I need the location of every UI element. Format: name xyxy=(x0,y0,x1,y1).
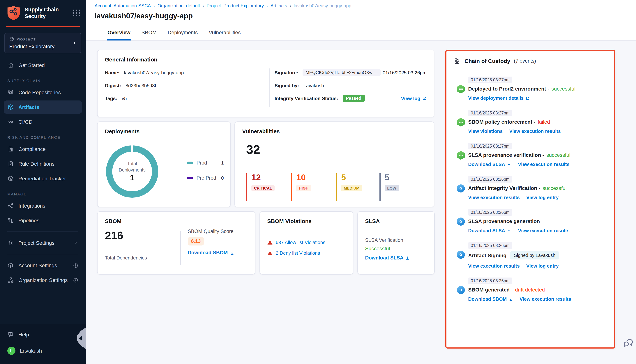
external-link-icon xyxy=(422,96,426,100)
event-status: successful xyxy=(542,185,566,191)
download-icon xyxy=(406,256,410,260)
info-icon[interactable] xyxy=(73,277,78,283)
view-execution-results-link[interactable]: View execution results xyxy=(509,128,561,134)
cube-icon xyxy=(7,104,14,110)
card-title: Deployments xyxy=(105,128,223,134)
app-grid-icon[interactable] xyxy=(73,10,80,16)
topbar: Account: Automation-SSCA › Organization:… xyxy=(86,0,636,24)
cube-icon xyxy=(9,36,14,42)
tab-overview[interactable]: Overview xyxy=(107,24,131,40)
name-row: Name: lavakush07/easy-buggy-app xyxy=(105,68,270,76)
nav-section-manage: MANAGE xyxy=(7,192,82,196)
download-icon xyxy=(507,228,512,233)
allow-list-violations-link[interactable]: 637 Allow list Violations xyxy=(276,240,325,245)
view-execution-results-link[interactable]: View execution results xyxy=(518,162,570,167)
donut-center-value: 1 xyxy=(130,174,134,182)
artifact-name: lavakush07/easy-buggy-app xyxy=(124,70,184,75)
supply-chain-security-logo-icon xyxy=(6,5,20,20)
clipboard-check-icon xyxy=(7,160,14,167)
custody-event: 01/16/2025 03:27pm SLSA provenance verif… xyxy=(468,142,607,167)
info-icon[interactable] xyxy=(73,262,78,268)
card-title: Vulnerabilities xyxy=(242,128,426,134)
signature-timestamp: 01/16/2025 03:26pm xyxy=(382,70,426,75)
box-wrench-icon xyxy=(7,175,14,182)
severity-low: 5 LOW xyxy=(380,173,416,201)
breadcrumb-account[interactable]: Account: Automation-SSCA xyxy=(94,3,151,8)
view-violations-link[interactable]: View violations xyxy=(468,128,502,134)
event-timestamp: 01/16/2025 03:27pm xyxy=(468,143,512,150)
severity-badge: HIGH xyxy=(296,185,311,192)
sidebar-item-cicd[interactable]: CI/CD xyxy=(4,115,82,128)
nav-section-risk-compliance: RISK AND COMPLIANCE xyxy=(7,135,82,140)
vulnerabilities-total: 32 xyxy=(246,142,260,157)
sidebar-item-account-settings[interactable]: Account Settings xyxy=(4,259,82,272)
sidebar-item-rule-definitions[interactable]: Rule Definitions xyxy=(4,157,82,170)
avatar: L xyxy=(7,347,16,355)
deny-list-violations-row: 2 Deny list Violations xyxy=(267,250,346,256)
donut-center-label: Total Deployments xyxy=(118,161,147,173)
event-status: drift detected xyxy=(515,287,545,292)
legend-item-prod: Prod 1 xyxy=(187,160,224,166)
tab-bar: Overview SBOM Deployments Vulnerabilitie… xyxy=(86,24,636,41)
brand-accent-divider xyxy=(6,26,80,27)
severity-badge: CRITICAL xyxy=(252,185,274,192)
sidebar: Supply Chain Security PROJECT Product Ex… xyxy=(0,0,86,364)
sidebar-item-get-started[interactable]: Get Started xyxy=(4,58,82,72)
download-slsa-link[interactable]: Download SLSA xyxy=(365,255,410,260)
view-execution-results-link[interactable]: View execution results xyxy=(518,228,570,233)
tab-sbom[interactable]: SBOM xyxy=(141,24,157,40)
breadcrumb-organization[interactable]: Organization: default xyxy=(158,3,200,8)
download-sbom-link[interactable]: Download SBOM xyxy=(468,296,513,302)
sidebar-item-pipelines[interactable]: Pipelines xyxy=(4,214,82,227)
event-title: Artifact Integrity Verification - xyxy=(468,185,540,191)
sbom-quality-label: SBOM Quality Score xyxy=(188,228,234,234)
sidebar-item-artifacts[interactable]: Artifacts xyxy=(4,100,82,114)
breadcrumb: Account: Automation-SSCA › Organization:… xyxy=(94,3,627,8)
app-window: Supply Chain Security PROJECT Product Ex… xyxy=(0,0,636,364)
download-icon xyxy=(230,250,234,255)
sidebar-item-code-repositories[interactable]: Code Repositories xyxy=(4,86,82,99)
event-timestamp: 01/16/2025 03:27pm xyxy=(468,110,512,116)
sidebar-item-label: Get Started xyxy=(18,62,45,68)
sidebar-item-integrations[interactable]: Integrations xyxy=(4,199,82,212)
deny-list-violations-link[interactable]: 2 Deny list Violations xyxy=(276,250,320,256)
user-menu[interactable]: L Lavakush xyxy=(4,344,82,358)
breadcrumb-project[interactable]: Project: Product Exploratory xyxy=(206,3,264,8)
infinity-icon xyxy=(7,118,14,125)
sidebar-item-organization-settings[interactable]: Organization Settings xyxy=(4,274,82,287)
view-execution-results-link[interactable]: View execution results xyxy=(468,263,520,269)
sidebar-item-label: Compliance xyxy=(18,146,46,152)
artifact-scan-icon xyxy=(456,217,465,226)
event-status: failed xyxy=(538,119,550,125)
project-selector[interactable]: PROJECT Product Exploratory xyxy=(4,33,81,53)
sidebar-item-remediation-tracker[interactable]: Remediation Tracker xyxy=(4,172,82,185)
pipeline-stage-icon xyxy=(456,118,465,126)
event-status: successful xyxy=(546,152,570,158)
download-slsa-link[interactable]: Download SLSA xyxy=(468,228,512,233)
download-sbom-link[interactable]: Download SBOM xyxy=(188,250,234,256)
view-deployment-details-link[interactable]: View deployment details xyxy=(468,95,530,101)
support-chat-button[interactable] xyxy=(623,338,634,350)
user-name: Lavakush xyxy=(20,348,42,354)
sidebar-item-help[interactable]: Help xyxy=(4,328,82,341)
event-timestamp: 01/16/2025 03:26pm xyxy=(468,242,512,249)
view-log-link[interactable]: View log xyxy=(401,96,426,101)
tab-deployments[interactable]: Deployments xyxy=(167,24,198,40)
view-execution-results-link[interactable]: View execution results xyxy=(468,195,520,200)
sidebar-item-project-settings[interactable]: Project Settings xyxy=(4,236,82,250)
breadcrumb-current: lavakush07/easy-buggy-app xyxy=(294,3,351,8)
download-slsa-link[interactable]: Download SLSA xyxy=(468,162,512,167)
tab-vulnerabilities[interactable]: Vulnerabilities xyxy=(208,24,241,40)
vertical-divider xyxy=(180,231,181,265)
view-execution-results-link[interactable]: View execution results xyxy=(520,296,571,302)
event-title: SBOM generated - xyxy=(468,287,513,292)
nav-divider xyxy=(7,232,78,232)
sidebar-item-compliance[interactable]: Compliance xyxy=(4,142,82,156)
breadcrumb-artifacts[interactable]: Artifacts xyxy=(270,3,287,8)
breadcrumb-separator: › xyxy=(202,3,204,8)
event-status: successful xyxy=(551,86,576,92)
view-log-entry-link[interactable]: View log entry xyxy=(526,195,559,200)
view-log-entry-link[interactable]: View log entry xyxy=(526,263,559,269)
card-title: SBOM xyxy=(105,218,248,224)
document-search-icon xyxy=(7,146,14,152)
